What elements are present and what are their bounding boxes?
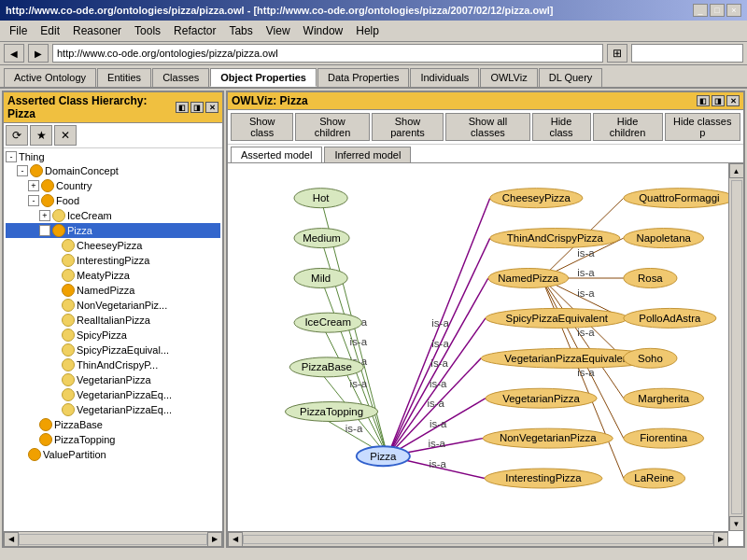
vertical-scroll-track[interactable] — [731, 180, 742, 514]
menu-item-help[interactable]: Help — [350, 22, 385, 39]
menu-item-edit[interactable]: Edit — [35, 22, 65, 39]
menu-item-view[interactable]: View — [261, 22, 296, 39]
tree-item[interactable]: VegetarianPizzaEq... — [6, 402, 220, 417]
tab-object-properties[interactable]: Object Properties — [210, 68, 317, 87]
tree-item[interactable]: -DomainConcept — [6, 163, 220, 178]
tool-btn-1[interactable]: ⟳ — [6, 125, 28, 146]
svg-text:is-a: is-a — [577, 267, 595, 278]
bottom-scrollbar-canvas[interactable]: ◀ ▶ — [228, 531, 728, 546]
tab-entities[interactable]: Entities — [97, 68, 151, 87]
svg-text:Soho: Soho — [638, 353, 663, 364]
bottom-scrollbar[interactable]: ◀ ▶ — [4, 531, 222, 546]
tree-item[interactable]: VegetarianPizza — [6, 372, 220, 387]
right-panel-ctrl-3[interactable]: ✕ — [726, 95, 740, 106]
tree-item[interactable]: SpicyPizzaEquival... — [6, 343, 220, 357]
tool-btn-2[interactable]: ★ — [30, 125, 52, 146]
show-hide-button-2[interactable]: Show parents — [372, 113, 444, 141]
tree-item-label: RealItalianPizza — [77, 315, 150, 326]
tab-individuals[interactable]: Individuals — [410, 68, 479, 87]
tree-item[interactable]: PizzaTopping — [6, 432, 220, 447]
scroll-down-button[interactable]: ▼ — [729, 516, 744, 531]
tree-item[interactable]: VegetarianPizzaEq... — [6, 387, 220, 402]
tree-item[interactable]: ThinAndCrispyP... — [6, 357, 220, 372]
tree-item[interactable]: SpicyPizza — [6, 328, 220, 343]
tree-item[interactable]: NamedPizza — [6, 283, 220, 298]
svg-text:QuattroFormaggi: QuattroFormaggi — [639, 192, 719, 203]
refresh-button[interactable]: ⊞ — [607, 44, 627, 63]
maximize-button[interactable]: □ — [710, 4, 725, 17]
menu-item-refactor[interactable]: Refactor — [168, 22, 221, 39]
panel-ctrl-2[interactable]: ◨ — [190, 102, 204, 113]
back-button[interactable]: ◀ — [4, 44, 24, 63]
tree-expand-icon[interactable]: + — [28, 180, 39, 191]
svg-text:Napoletana: Napoletana — [636, 232, 691, 244]
tab-data-properties[interactable]: Data Properties — [317, 68, 409, 87]
tree-item-label: PizzaTopping — [54, 434, 115, 445]
show-hide-button-4[interactable]: Hide class — [532, 113, 591, 141]
tool-btn-3[interactable]: ✕ — [54, 125, 77, 146]
right-panel-ctrl-1[interactable]: ◧ — [697, 95, 710, 106]
show-hide-buttons: Show classShow childrenShow parentsShow … — [228, 110, 743, 145]
tree-expand-icon[interactable]: - — [28, 195, 39, 206]
scroll-left-button[interactable]: ◀ — [4, 532, 19, 547]
show-hide-button-0[interactable]: Show class — [231, 113, 293, 141]
show-hide-button-3[interactable]: Show all classes — [445, 113, 529, 141]
scroll-right-canvas-button[interactable]: ▶ — [713, 532, 728, 547]
show-hide-button-6[interactable]: Hide classes p — [665, 113, 740, 141]
forward-button[interactable]: ▶ — [28, 44, 49, 63]
tab-dl-query[interactable]: DL Query — [539, 68, 603, 87]
model-tab-0[interactable]: Asserted model — [231, 147, 322, 162]
tab-classes[interactable]: Classes — [152, 68, 209, 87]
tab-owlviz[interactable]: OWLViz — [480, 68, 537, 87]
tree-item-label: Country — [56, 180, 92, 191]
tab-active-ontology[interactable]: Active Ontology — [4, 68, 96, 87]
scroll-left-canvas-button[interactable]: ◀ — [228, 532, 243, 547]
class-icon — [28, 448, 41, 461]
tree-expand-icon[interactable]: + — [39, 210, 50, 221]
svg-text:NamedPizza: NamedPizza — [498, 273, 558, 284]
horizontal-scroll-track-canvas[interactable] — [243, 535, 713, 544]
scroll-track[interactable] — [19, 534, 207, 545]
model-tab-1[interactable]: Inferred model — [324, 147, 411, 162]
tree-item[interactable]: MeatyPizza — [6, 268, 220, 283]
panel-ctrl-1[interactable]: ◧ — [176, 102, 189, 113]
tree-item[interactable]: +Country — [6, 178, 220, 193]
svg-text:is-a: is-a — [577, 327, 595, 338]
scroll-right-button[interactable]: ▶ — [207, 532, 222, 547]
menu-item-reasoner[interactable]: Reasoner — [67, 22, 127, 39]
show-hide-button-1[interactable]: Show children — [295, 113, 369, 141]
class-icon — [62, 343, 75, 357]
tree-item[interactable]: InterestingPizza — [6, 253, 220, 268]
scroll-up-button[interactable]: ▲ — [729, 163, 744, 178]
class-icon — [62, 314, 75, 327]
show-hide-button-5[interactable]: Hide children — [593, 113, 663, 141]
class-tree: -Thing-DomainConcept+Country-Food+IceCre… — [4, 148, 222, 531]
svg-text:VegetarianPizzaEquivalent1: VegetarianPizzaEquivalent1 — [504, 353, 637, 364]
tree-item[interactable]: -Pizza — [6, 223, 220, 238]
tree-item-label: Food — [56, 195, 79, 206]
tree-item-label: VegetarianPizzaEq... — [77, 389, 172, 400]
right-scrollbar[interactable]: ▲ ▼ — [728, 163, 743, 531]
minimize-button[interactable]: _ — [693, 4, 708, 17]
tree-item[interactable]: CheeseyPizza — [6, 238, 220, 253]
tree-item[interactable]: RealItalianPizza — [6, 313, 220, 328]
tree-item[interactable]: +IceCream — [6, 208, 220, 223]
tree-item[interactable]: NonVegetarianPiz... — [6, 298, 220, 313]
close-button[interactable]: × — [726, 4, 741, 17]
tree-item-label: Pizza — [67, 225, 92, 236]
address-input[interactable] — [52, 44, 603, 63]
tree-item[interactable]: ValuePartition — [6, 447, 220, 462]
tree-item[interactable]: -Food — [6, 193, 220, 208]
tree-expand-icon[interactable]: - — [6, 151, 17, 162]
right-panel-ctrl-2[interactable]: ◨ — [712, 95, 725, 106]
search-input[interactable] — [631, 44, 743, 63]
tree-item[interactable]: -Thing — [6, 150, 220, 163]
tree-item[interactable]: PizzaBase — [6, 417, 220, 432]
menu-item-file[interactable]: File — [4, 22, 33, 39]
menu-item-tabs[interactable]: Tabs — [223, 22, 258, 39]
tree-expand-icon[interactable]: - — [39, 225, 50, 236]
menu-item-window[interactable]: Window — [298, 22, 349, 39]
tree-expand-icon[interactable]: - — [17, 165, 28, 176]
menu-item-tools[interactable]: Tools — [129, 22, 166, 39]
panel-ctrl-3[interactable]: ✕ — [205, 102, 218, 113]
